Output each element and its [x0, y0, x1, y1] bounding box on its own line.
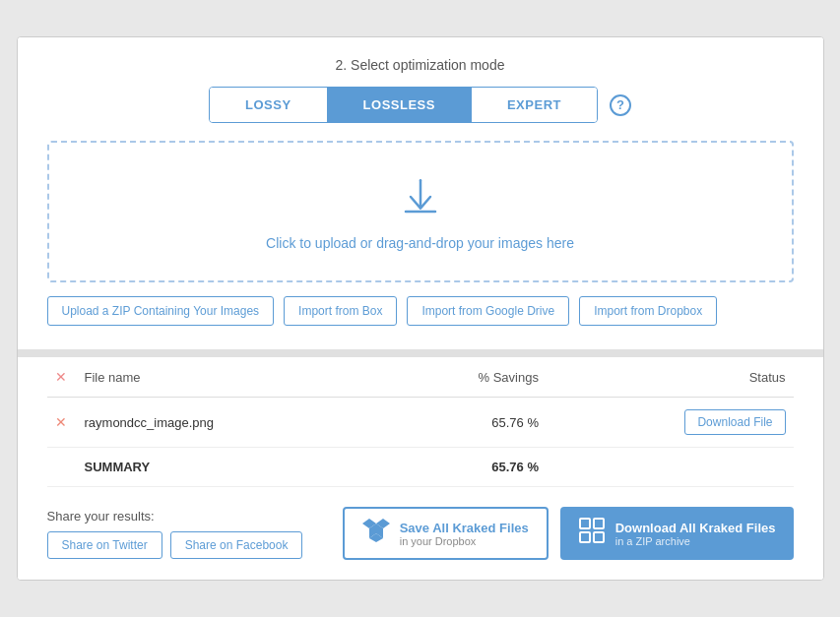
upload-dropzone[interactable]: Click to upload or drag-and-drop your im… — [47, 141, 794, 282]
action-buttons: Save All Kraked Files in your Dropbox — [343, 507, 794, 560]
share-section: Share your results: Share on Twitter Sha… — [47, 487, 794, 560]
svg-rect-7 — [580, 532, 590, 542]
save-dropbox-button[interactable]: Save All Kraked Files in your Dropbox — [343, 507, 549, 560]
table-header-row: ✕ File name % Savings Status — [47, 357, 794, 398]
help-icon[interactable]: ? — [610, 94, 631, 116]
save-dropbox-sub: in your Dropbox — [400, 535, 529, 547]
svg-rect-5 — [580, 519, 590, 528]
summary-label: SUMMARY — [77, 448, 385, 487]
download-file-button[interactable]: Download File — [684, 409, 785, 435]
import-box-button[interactable]: Import from Box — [284, 296, 397, 326]
download-all-main: Download All Kraked Files — [615, 521, 776, 535]
tab-expert[interactable]: EXPERT — [472, 88, 597, 122]
import-buttons: Upload a ZIP Containing Your Images Impo… — [47, 296, 794, 326]
summary-check — [47, 448, 77, 487]
summary-status — [547, 448, 794, 487]
check-header: ✕ — [47, 357, 77, 398]
share-twitter-button[interactable]: Share on Twitter — [47, 531, 162, 559]
share-left: Share your results: Share on Twitter Sha… — [47, 509, 303, 559]
save-dropbox-text: Save All Kraked Files in your Dropbox — [400, 521, 529, 547]
status-header: Status — [547, 357, 794, 398]
tab-lossy[interactable]: LOSSY — [210, 88, 328, 122]
close-icon[interactable]: ✕ — [55, 414, 67, 430]
download-all-text: Download All Kraked Files in a ZIP archi… — [615, 521, 776, 547]
table-row: ✕ raymondcc_image.png 65.76 % Download F… — [47, 398, 794, 448]
section-divider — [18, 349, 823, 357]
save-dropbox-main: Save All Kraked Files — [400, 521, 529, 535]
svg-rect-6 — [594, 519, 604, 528]
step-title: 2. Select optimization mode — [47, 57, 794, 73]
import-gdrive-button[interactable]: Import from Google Drive — [407, 296, 569, 326]
row-download: Download File — [547, 398, 794, 448]
upload-prompt: Click to upload or drag-and-drop your im… — [69, 235, 772, 251]
main-container: 2. Select optimization mode LOSSY LOSSLE… — [17, 36, 824, 581]
download-all-button[interactable]: Download All Kraked Files in a ZIP archi… — [560, 507, 794, 560]
svg-rect-8 — [594, 532, 604, 542]
upload-icon — [69, 172, 772, 225]
import-dropbox-button[interactable]: Import from Dropbox — [579, 296, 717, 326]
dropbox-icon — [362, 519, 390, 548]
summary-savings: 65.76 % — [385, 448, 547, 487]
savings-header: % Savings — [385, 357, 547, 398]
row-close[interactable]: ✕ — [47, 398, 77, 448]
row-savings: 65.76 % — [385, 398, 547, 448]
file-table: ✕ File name % Savings Status ✕ raymondcc… — [47, 357, 794, 487]
download-all-sub: in a ZIP archive — [615, 535, 776, 547]
summary-row: SUMMARY 65.76 % — [47, 448, 794, 487]
mode-bar: LOSSY LOSSLESS EXPERT ? — [47, 87, 794, 123]
top-section: 2. Select optimization mode LOSSY LOSSLE… — [18, 37, 823, 349]
bottom-section: ✕ File name % Savings Status ✕ raymondcc… — [18, 357, 823, 580]
share-label: Share your results: — [47, 509, 303, 524]
share-facebook-button[interactable]: Share on Facebook — [170, 531, 303, 559]
upload-zip-button[interactable]: Upload a ZIP Containing Your Images — [47, 296, 275, 326]
mode-tabs: LOSSY LOSSLESS EXPERT — [209, 87, 598, 123]
download-all-icon — [578, 517, 606, 550]
row-filename: raymondcc_image.png — [77, 398, 385, 448]
tab-lossless[interactable]: LOSSLESS — [328, 88, 472, 122]
share-buttons: Share on Twitter Share on Facebook — [47, 531, 303, 559]
filename-header: File name — [77, 357, 385, 398]
